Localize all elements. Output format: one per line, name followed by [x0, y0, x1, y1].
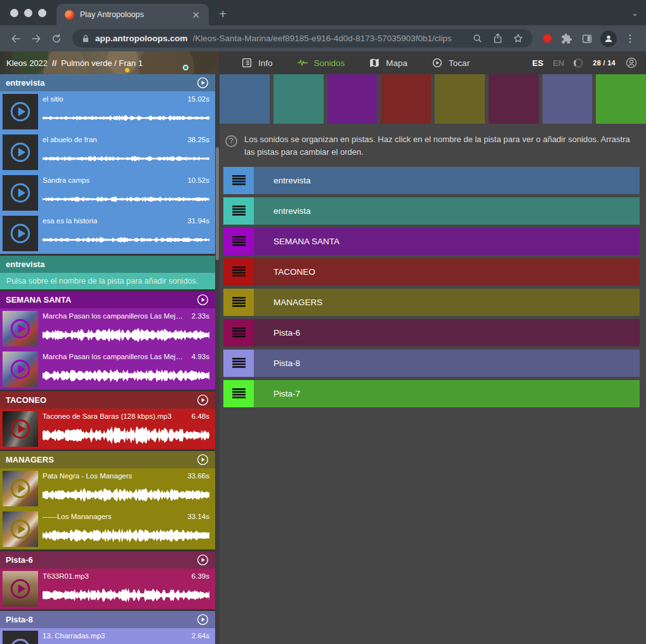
clip-thumbnail[interactable] [3, 175, 38, 211]
clip-thumbnail[interactable] [3, 471, 38, 506]
clip-thumbnail[interactable] [3, 135, 38, 170]
share-icon[interactable] [492, 33, 503, 44]
language-en-button[interactable]: EN [553, 58, 564, 68]
clip-waveform-wrap[interactable] [43, 481, 209, 509]
track-drag-handle[interactable] [223, 197, 254, 225]
track-header[interactable]: MANAGERS [0, 451, 215, 468]
browser-tab[interactable]: Play Antropoloops ✕ [56, 4, 209, 25]
track-row[interactable]: SEMANA SANTA [223, 228, 640, 255]
zoom-icon[interactable] [472, 33, 483, 44]
nav-tab-mapa[interactable]: Mapa [357, 51, 419, 74]
track-row-body[interactable]: TACONEO [254, 258, 640, 286]
track-play-button[interactable] [196, 553, 209, 567]
profile-avatar[interactable] [600, 30, 617, 47]
clip-row[interactable]: T633R01.mp36.39s [0, 568, 215, 609]
back-button[interactable] [6, 29, 25, 48]
clip-waveform-wrap[interactable] [43, 421, 209, 449]
track-drag-handle[interactable] [223, 350, 254, 377]
track-play-button[interactable] [196, 613, 209, 626]
clip-waveform-wrap[interactable] [43, 104, 209, 132]
clip-row[interactable]: Marcha Pasan los campanilleros Las Mejor… [0, 308, 215, 349]
side-panel-button[interactable] [577, 29, 597, 48]
record-extension-icon[interactable] [543, 34, 552, 43]
clip-waveform-wrap[interactable] [43, 226, 209, 254]
forward-button[interactable] [27, 29, 46, 48]
new-tab-button[interactable]: + [209, 6, 235, 25]
tab-search-chevron-icon[interactable]: ⌄ [631, 8, 638, 18]
track-header[interactable]: Pista-8 [0, 611, 215, 628]
clip-row[interactable]: Pata Negra - Los Managers33.66s [0, 468, 215, 509]
clip-waveform-wrap[interactable] [43, 362, 209, 390]
track-drag-handle[interactable] [223, 258, 254, 286]
track-row-body[interactable]: Pista-8 [254, 350, 640, 377]
scrollbar-thumb[interactable] [216, 147, 219, 260]
browser-menu-button[interactable] [621, 29, 640, 48]
clip-thumbnail[interactable] [3, 631, 38, 644]
track-play-button[interactable] [196, 393, 209, 407]
track-drag-handle[interactable] [223, 319, 254, 346]
clip-thumbnail[interactable] [3, 311, 38, 346]
extensions-button[interactable] [557, 29, 576, 48]
clip-row[interactable]: Marcha Pasan los campanilleros Las Mejor… [0, 349, 215, 390]
track-header[interactable]: entrevista [0, 256, 215, 273]
track-play-button[interactable] [196, 76, 209, 89]
track-row[interactable]: TACONEO [223, 258, 640, 286]
track-row-body[interactable]: Pista-6 [254, 319, 640, 346]
track-header[interactable]: entrevista [0, 74, 215, 91]
clip-thumbnail[interactable] [3, 571, 38, 607]
clip-thumbnail[interactable] [3, 511, 38, 547]
track-row-body[interactable]: Pista-7 [254, 380, 640, 407]
language-es-button[interactable]: ES [532, 58, 543, 68]
track-play-button[interactable] [196, 453, 209, 466]
clip-waveform-wrap[interactable] [43, 581, 209, 609]
track-row-body[interactable]: MANAGERS [254, 289, 640, 316]
nav-tab-sonidos[interactable]: Sonidos [285, 51, 357, 74]
track-row[interactable]: MANAGERS [223, 289, 640, 316]
track-header[interactable]: Pista-6 [0, 551, 215, 568]
url-bar[interactable]: app.antropoloops.com /Kleos-Santa-Marina… [72, 29, 532, 48]
track-drag-handle[interactable] [223, 228, 254, 255]
clip-row[interactable]: Sandra camps10.52s [0, 173, 215, 213]
clip-row[interactable]: el abuelo de fran38.25s [0, 132, 215, 173]
track-drag-handle[interactable] [223, 167, 254, 194]
clip-thumbnail[interactable] [3, 352, 38, 387]
account-button[interactable] [625, 56, 638, 69]
reload-button[interactable] [47, 29, 66, 48]
track-header[interactable]: SEMANA SANTA [0, 291, 215, 308]
clip-row[interactable]: ------Los Mananagers33.14s [0, 509, 215, 549]
clip-row[interactable]: el sitio15.02s [0, 91, 215, 132]
nav-tab-info[interactable]: Info [229, 51, 285, 74]
clip-waveform-wrap[interactable] [43, 185, 209, 213]
track-row[interactable]: Pista-8 [223, 350, 640, 377]
nav-tab-tocar[interactable]: Tocar [419, 51, 482, 74]
track-row-body[interactable]: entrevista [254, 167, 640, 194]
track-drag-handle[interactable] [223, 380, 254, 407]
clip-waveform-wrap[interactable] [43, 522, 209, 549]
bookmark-star-icon[interactable] [513, 33, 524, 44]
clip-waveform-wrap[interactable] [43, 641, 209, 644]
clip-row[interactable]: 13. Charradas.mp32.64s [0, 628, 215, 644]
app-content: entrevistael sitio15.02sel abuelo de fra… [0, 74, 646, 644]
clip-thumbnail[interactable] [3, 411, 38, 447]
track-drag-handle[interactable] [223, 289, 254, 316]
sidebar-scrollbar[interactable] [215, 74, 220, 644]
track-row[interactable]: entrevista [223, 197, 640, 225]
track-header[interactable]: TACONEO [0, 391, 215, 409]
nav-label: Mapa [386, 58, 407, 68]
tab-close-icon[interactable]: ✕ [189, 9, 202, 21]
track-row-body[interactable]: entrevista [254, 197, 640, 225]
traffic-light-zoom-icon[interactable] [38, 9, 46, 17]
clip-waveform-wrap[interactable] [43, 145, 209, 173]
track-play-button[interactable] [196, 293, 209, 306]
track-row[interactable]: Pista-6 [223, 319, 640, 346]
clip-thumbnail[interactable] [3, 94, 38, 129]
traffic-light-minimize-icon[interactable] [24, 9, 32, 17]
track-row[interactable]: entrevista [223, 167, 640, 194]
clip-waveform-wrap[interactable] [43, 321, 209, 349]
clip-row[interactable]: esa es la historia31.94s [0, 213, 215, 254]
traffic-light-close-icon[interactable] [10, 9, 18, 17]
track-row-body[interactable]: SEMANA SANTA [254, 228, 640, 255]
clip-thumbnail[interactable] [3, 216, 38, 251]
track-row[interactable]: Pista-7 [223, 380, 640, 407]
clip-row[interactable]: Taconeo de Sara Baras (128 kbps).mp36.48… [0, 409, 215, 449]
